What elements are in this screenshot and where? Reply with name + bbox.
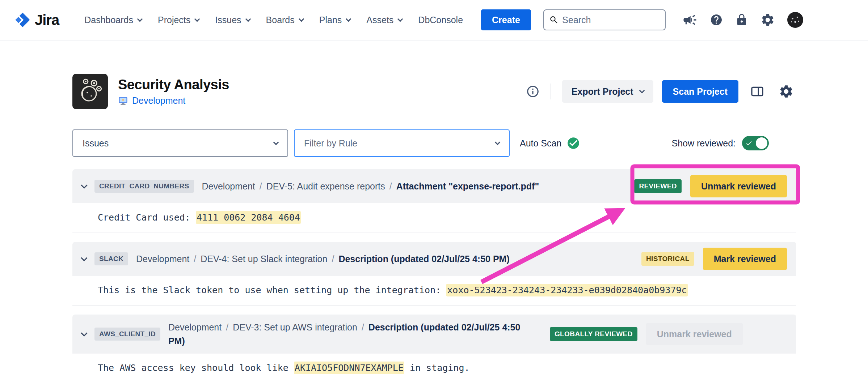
chevron-down-icon bbox=[245, 16, 251, 22]
check-circle-icon bbox=[566, 136, 580, 150]
finding-path: Development/DEV-3: Set up AWS integratio… bbox=[168, 320, 538, 348]
path-separator: / bbox=[389, 181, 392, 191]
snippet-text: in staging. bbox=[404, 363, 470, 373]
chevron-down-icon bbox=[273, 139, 279, 145]
search-icon bbox=[549, 14, 559, 25]
finding-card-slack: SLACK Development/DEV-4: Set up Slack in… bbox=[72, 242, 796, 306]
nav-projects-label: Projects bbox=[158, 15, 190, 25]
project-identity: Security Analysis Development bbox=[72, 74, 229, 109]
rule-badge: AWS_CLIENT_ID bbox=[94, 328, 160, 341]
chevron-down-icon bbox=[137, 16, 143, 22]
info-icon[interactable] bbox=[526, 85, 540, 98]
nav-assets[interactable]: Assets bbox=[366, 15, 402, 25]
project-page: Security Analysis Development bbox=[72, 40, 796, 376]
rule-filter-value: Filter by Rule bbox=[304, 138, 357, 149]
page-title: Security Analysis bbox=[118, 77, 229, 93]
auto-scan-label: Auto Scan bbox=[520, 138, 561, 149]
nav-dashboards-label: Dashboards bbox=[84, 15, 133, 25]
project-breadcrumb-link[interactable]: Development bbox=[132, 95, 185, 106]
panel-layout-icon bbox=[750, 84, 764, 99]
unmark-reviewed-button[interactable]: Unmark reviewed bbox=[690, 175, 787, 197]
rule-filter-select[interactable]: Filter by Rule bbox=[294, 129, 510, 157]
search-box[interactable] bbox=[543, 9, 666, 30]
nav-dashboards[interactable]: Dashboards bbox=[84, 15, 142, 25]
create-button[interactable]: Create bbox=[481, 9, 531, 30]
toggle-knob bbox=[756, 137, 767, 149]
path-separator: / bbox=[260, 181, 262, 191]
project-avatar bbox=[72, 74, 108, 109]
jira-logo-icon bbox=[14, 12, 30, 28]
finding-snippet: This is the Slack token to use when sett… bbox=[72, 276, 796, 306]
issue-type-value: Issues bbox=[83, 138, 109, 149]
finding-header[interactable]: CREDIT_CARD_NUMBERS Development/DEV-5: A… bbox=[72, 169, 796, 203]
finding-header[interactable]: SLACK Development/DEV-4: Set up Slack in… bbox=[72, 242, 796, 276]
chevron-down-icon bbox=[346, 16, 351, 22]
path-issue: DEV-4: Set up Slack integration bbox=[201, 254, 327, 264]
help-icon[interactable] bbox=[710, 13, 723, 26]
chevron-down-icon bbox=[299, 16, 304, 22]
board-settings-button[interactable] bbox=[776, 81, 796, 102]
finding-path: Development/DEV-4: Set up Slack integrat… bbox=[136, 252, 629, 266]
path-issue: DEV-3: Set up AWS integration bbox=[233, 322, 357, 332]
main-menu: Dashboards Projects Issues Boards Plans … bbox=[84, 15, 463, 25]
nav-boards-label: Boards bbox=[266, 15, 295, 25]
finding-snippet: Credit Card used: 4111 0062 2084 4604 bbox=[72, 203, 796, 233]
auto-scan-indicator: Auto Scan bbox=[520, 136, 580, 150]
snippet-secret: 4111 0062 2084 4604 bbox=[196, 211, 301, 224]
jira-logo-text: Jira bbox=[35, 12, 59, 28]
rule-badge: CREDIT_CARD_NUMBERS bbox=[94, 180, 194, 193]
nav-issues-label: Issues bbox=[215, 15, 241, 25]
snippet-secret: xoxo-523423-234243-234233-e039d02840a0b9… bbox=[446, 284, 687, 296]
project-header: Security Analysis Development bbox=[72, 74, 796, 109]
nav-projects[interactable]: Projects bbox=[158, 15, 199, 25]
rule-badge: SLACK bbox=[94, 252, 128, 265]
settings-gear-icon[interactable] bbox=[760, 13, 775, 27]
jira-logo[interactable]: Jira bbox=[14, 12, 59, 28]
show-reviewed-label: Show reviewed: bbox=[672, 138, 736, 149]
development-project-icon bbox=[118, 96, 128, 106]
status-badge: HISTORICAL bbox=[641, 252, 694, 266]
details-panel-button[interactable] bbox=[747, 81, 767, 102]
jira-app: Jira Dashboards Projects Issues Boards P… bbox=[0, 0, 868, 376]
path-project: Development bbox=[202, 181, 255, 191]
show-reviewed-control: Show reviewed: bbox=[672, 136, 769, 150]
mark-reviewed-button[interactable]: Mark reviewed bbox=[703, 248, 787, 270]
nav-plans[interactable]: Plans bbox=[319, 15, 351, 25]
finding-actions: HISTORICAL Mark reviewed bbox=[641, 248, 787, 270]
chevron-down-icon bbox=[495, 139, 501, 145]
path-separator: / bbox=[332, 254, 334, 264]
issue-type-select[interactable]: Issues bbox=[72, 129, 288, 157]
finding-card-aws: AWS_CLIENT_ID Development/DEV-3: Set up … bbox=[72, 315, 796, 376]
nav-issues[interactable]: Issues bbox=[215, 15, 250, 25]
announcements-megaphone-icon[interactable] bbox=[682, 12, 698, 27]
user-avatar[interactable] bbox=[787, 12, 803, 28]
export-project-button[interactable]: Export Project bbox=[562, 80, 653, 103]
findings-list: CREDIT_CARD_NUMBERS Development/DEV-5: A… bbox=[72, 169, 796, 376]
unmark-reviewed-button[interactable]: Unmark reviewed bbox=[646, 323, 743, 345]
nav-boards[interactable]: Boards bbox=[266, 15, 303, 25]
path-issue: DEV-5: Audit expense reports bbox=[266, 181, 385, 191]
nav-dbconsole-label: DbConsole bbox=[418, 15, 463, 25]
chevron-down-icon bbox=[194, 16, 200, 22]
finding-actions: REVIEWED Unmark reviewed bbox=[634, 175, 787, 197]
path-separator: / bbox=[362, 322, 364, 332]
chevron-down-icon bbox=[639, 87, 645, 93]
finding-actions: GLOBALLY REVIEWED Unmark reviewed bbox=[550, 323, 743, 345]
collapse-chevron-icon[interactable] bbox=[81, 330, 87, 336]
project-actions: Export Project Scan Project bbox=[526, 80, 796, 103]
breadcrumb: Development bbox=[118, 95, 229, 106]
nav-dbconsole[interactable]: DbConsole bbox=[418, 15, 463, 25]
path-separator: / bbox=[194, 254, 196, 264]
status-badge: GLOBALLY REVIEWED bbox=[550, 327, 637, 341]
scan-project-button[interactable]: Scan Project bbox=[662, 80, 738, 103]
path-location: Attachment "expense-report.pdf" bbox=[396, 181, 539, 191]
search-input[interactable] bbox=[562, 15, 660, 25]
path-project: Development bbox=[136, 254, 189, 264]
path-project: Development bbox=[168, 322, 222, 332]
collapse-chevron-icon[interactable] bbox=[81, 182, 87, 188]
show-reviewed-toggle[interactable] bbox=[742, 136, 769, 150]
collapse-chevron-icon[interactable] bbox=[81, 255, 87, 261]
finding-header[interactable]: AWS_CLIENT_ID Development/DEV-3: Set up … bbox=[72, 315, 796, 354]
project-titles: Security Analysis Development bbox=[118, 77, 229, 106]
lock-icon[interactable] bbox=[735, 13, 748, 26]
